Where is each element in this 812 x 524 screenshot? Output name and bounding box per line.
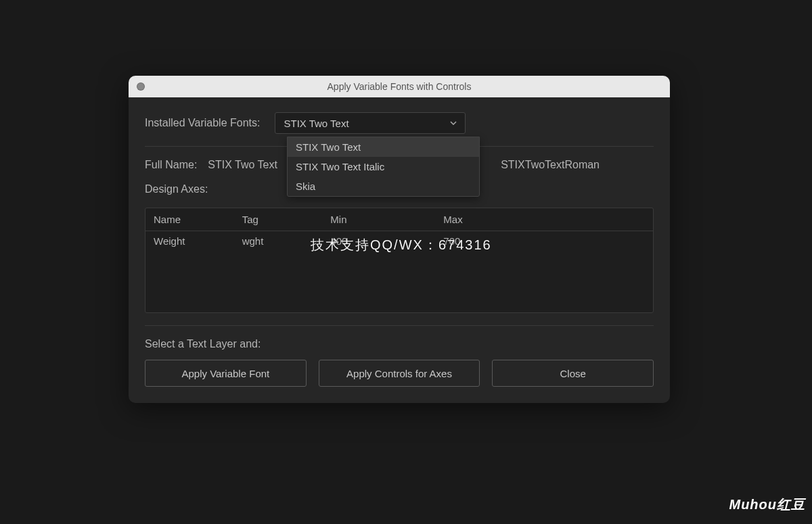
full-name-label: Full Name: xyxy=(145,159,197,171)
table-header: Name Tag Min Max xyxy=(145,208,653,231)
col-header-tag: Tag xyxy=(242,214,331,225)
corner-watermark: Muhou红豆 xyxy=(729,496,805,514)
titlebar: Apply Variable Fonts with Controls xyxy=(129,76,670,97)
instruction-text: Select a Text Layer and: xyxy=(145,338,654,350)
font-selector-label: Installed Variable Fonts: xyxy=(145,117,260,129)
dropdown-option[interactable]: STIX Two Text Italic xyxy=(288,157,479,176)
design-axes-label: Design Axes: xyxy=(145,183,208,195)
cell-max: 700 xyxy=(443,235,556,247)
font-dropdown-menu: STIX Two Text STIX Two Text Italic Skia xyxy=(287,137,480,197)
full-name-value: STIX Two Text xyxy=(208,159,277,171)
cell-min: 400 xyxy=(330,235,443,247)
button-row: Apply Variable Font Apply Controls for A… xyxy=(145,360,654,387)
col-header-min: Min xyxy=(330,214,443,225)
dropdown-option[interactable]: Skia xyxy=(288,176,479,196)
apply-controls-button[interactable]: Apply Controls for Axes xyxy=(319,360,480,387)
close-icon[interactable] xyxy=(137,82,145,91)
font-selector-row: Installed Variable Fonts: STIX Two Text … xyxy=(145,112,654,134)
cell-name: Weight xyxy=(154,235,242,247)
font-dropdown-value: STIX Two Text xyxy=(284,118,348,129)
table-row[interactable]: Weight wght 400 700 xyxy=(145,231,653,251)
axes-table: Name Tag Min Max Weight wght 400 700 xyxy=(145,208,654,313)
cell-tag: wght xyxy=(242,235,331,247)
chevron-down-icon xyxy=(450,121,457,125)
window-title: Apply Variable Fonts with Controls xyxy=(129,81,670,92)
font-dropdown[interactable]: STIX Two Text xyxy=(275,112,466,134)
apply-font-button[interactable]: Apply Variable Font xyxy=(145,360,307,387)
dialog-window: Apply Variable Fonts with Controls Insta… xyxy=(129,76,670,403)
dropdown-option[interactable]: STIX Two Text xyxy=(288,137,479,157)
dialog-content: Installed Variable Fonts: STIX Two Text … xyxy=(129,97,670,403)
table-body: Weight wght 400 700 xyxy=(145,231,653,312)
close-button[interactable]: Close xyxy=(492,360,654,387)
col-header-max: Max xyxy=(443,214,556,225)
divider xyxy=(145,325,654,326)
postscript-name-value: STIXTwoTextRoman xyxy=(501,159,600,171)
col-header-name: Name xyxy=(154,214,242,225)
